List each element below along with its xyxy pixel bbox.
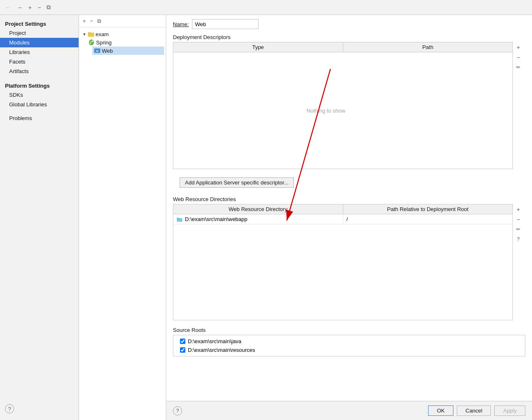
web-dir-cell: D:\exam\src\main\webapp <box>173 215 343 224</box>
tree-node-label: Spring <box>96 39 112 46</box>
svg-rect-7 <box>177 218 179 219</box>
add-module-button[interactable]: + <box>27 3 33 12</box>
web-resource-table-body: D:\exam\src\main\webapp / <box>173 214 512 224</box>
svg-rect-0 <box>88 33 94 37</box>
tree-node-exam[interactable]: ▼ exam <box>81 30 164 38</box>
remove-module-button[interactable]: − <box>36 3 42 12</box>
sidebar-item-global-libraries[interactable]: Global Libraries <box>0 100 79 109</box>
source-roots-list: D:\exam\src\main\java D:\exam\src\main\r… <box>173 335 525 356</box>
svg-point-3 <box>92 41 94 42</box>
footer-help-button[interactable]: ? <box>173 406 182 415</box>
web-resource-empty-area <box>173 224 512 320</box>
source-root-checkbox-0[interactable] <box>180 339 185 344</box>
svg-rect-1 <box>88 32 91 33</box>
tree-content: ▼ exam Spring <box>79 27 166 420</box>
folder-icon <box>88 31 94 37</box>
source-root-path-0: D:\exam\src\main\java <box>188 338 241 344</box>
web-dir-column-header: Web Resource Directory <box>173 204 343 214</box>
svg-rect-6 <box>177 218 182 221</box>
sidebar-item-facets[interactable]: Facets <box>0 57 79 66</box>
source-root-checkbox-1[interactable] <box>180 347 185 353</box>
tree-node-label: exam <box>96 31 109 37</box>
rel-path-column-header: Path Relative to Deployment Root <box>343 204 513 214</box>
sidebar-item-sdks[interactable]: SDKs <box>0 90 79 100</box>
tree-toolbar: + − ⧉ <box>79 15 166 27</box>
source-root-row-0: D:\exam\src\main\java <box>173 337 525 346</box>
spring-icon <box>88 39 95 46</box>
tree-remove-button[interactable]: − <box>89 17 95 25</box>
name-input[interactable] <box>192 19 259 29</box>
deployment-add-button[interactable]: + <box>514 43 523 52</box>
path-column-header: Path <box>343 42 513 52</box>
footer: ? OK Cancel Apply <box>166 401 532 420</box>
web-icon: W <box>94 47 101 54</box>
name-label: Name: <box>173 21 189 27</box>
web-resource-actions: + − ✏ ? <box>514 204 525 244</box>
sidebar-bottom: ? <box>0 401 79 417</box>
source-root-path-1: D:\exam\src\main\resources <box>188 347 255 353</box>
project-settings-title: Project Settings <box>0 18 79 28</box>
forward-button[interactable]: → <box>15 3 24 12</box>
sidebar-help-button[interactable]: ? <box>5 404 14 413</box>
source-roots-section: Source Roots D:\exam\src\main\java D:\ex… <box>166 325 532 356</box>
web-resource-title: Web Resource Directories <box>166 194 532 204</box>
source-root-row-1: D:\exam\src\main\resources <box>173 346 525 354</box>
cancel-button[interactable]: Cancel <box>457 405 491 416</box>
sidebar-item-modules[interactable]: Modules <box>0 38 79 47</box>
web-edit-button[interactable]: ✏ <box>514 225 523 234</box>
web-resource-table-header: Web Resource Directory Path Relative to … <box>173 204 512 214</box>
tree-expand-icon: ▼ <box>82 32 86 37</box>
main-panel: Name: Deployment Descriptors Type Path <box>166 15 532 420</box>
web-add-button[interactable]: + <box>514 205 523 214</box>
sidebar-item-artifacts[interactable]: Artifacts <box>0 66 79 76</box>
deployment-table-header: Type Path <box>173 42 512 52</box>
deployment-descriptors-section: Deployment Descriptors Type Path Nothing… <box>166 32 532 169</box>
add-descriptor-button[interactable]: Add Application Server specific descript… <box>180 177 294 188</box>
toolbar: ← → + − ⧉ <box>0 0 532 15</box>
source-roots-title: Source Roots <box>166 325 532 335</box>
rel-path-cell: / <box>343 215 513 224</box>
tree-add-button[interactable]: + <box>81 17 87 25</box>
add-descriptor-row: Add Application Server specific descript… <box>166 171 532 194</box>
web-help-button[interactable]: ? <box>514 235 523 244</box>
svg-point-2 <box>89 39 94 45</box>
tree-node-label: Web <box>102 48 113 54</box>
ok-button[interactable]: OK <box>428 405 453 416</box>
deployment-edit-button[interactable]: ✏ <box>514 63 523 72</box>
back-button[interactable]: ← <box>3 3 12 12</box>
web-resource-section: Web Resource Directories Web Resource Di… <box>166 194 532 320</box>
tree-panel: + − ⧉ ▼ exam <box>79 15 166 420</box>
svg-text:W: W <box>96 50 99 52</box>
tree-node-web[interactable]: W Web <box>92 47 164 55</box>
tree-node-spring[interactable]: Spring <box>86 38 164 47</box>
resource-folder-icon <box>177 216 182 222</box>
sidebar-item-project[interactable]: Project <box>0 28 79 38</box>
sidebar: Project Settings Project Modules Librari… <box>0 15 79 420</box>
sidebar-item-problems[interactable]: Problems <box>0 113 79 123</box>
name-row: Name: <box>166 15 532 32</box>
web-resource-row-0[interactable]: D:\exam\src\main\webapp / <box>173 214 512 224</box>
copy-module-button[interactable]: ⧉ <box>45 3 52 12</box>
deployment-actions: + − ✏ <box>514 42 525 72</box>
platform-settings-title: Platform Settings <box>0 80 79 90</box>
web-remove-button[interactable]: − <box>514 215 523 224</box>
tree-copy-button[interactable]: ⧉ <box>96 17 102 25</box>
sidebar-item-libraries[interactable]: Libraries <box>0 47 79 57</box>
deployment-remove-button[interactable]: − <box>514 53 523 62</box>
deployment-table-body: Nothing to show <box>173 52 512 169</box>
type-column-header: Type <box>173 42 343 52</box>
apply-button[interactable]: Apply <box>494 405 525 416</box>
empty-message: Nothing to show <box>307 108 345 114</box>
deployment-descriptors-title: Deployment Descriptors <box>166 32 532 42</box>
